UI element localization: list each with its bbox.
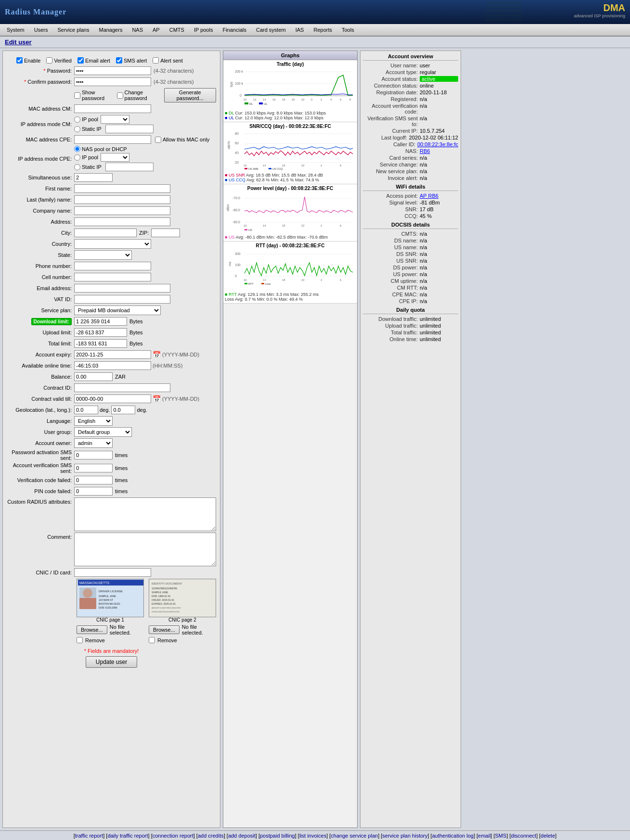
- account-expiry-input[interactable]: [74, 350, 151, 359]
- ip-pool-cm-radio[interactable]: [74, 116, 80, 123]
- mac-cpe-input[interactable]: [74, 135, 151, 144]
- zip-input[interactable]: [151, 229, 180, 237]
- online-time-input[interactable]: [74, 361, 151, 370]
- sms-alert-checkbox-label[interactable]: SMS alert: [116, 57, 147, 64]
- cnic-id-input[interactable]: [74, 568, 151, 577]
- link-postpaid-billing[interactable]: postpaid billing: [260, 833, 295, 839]
- cell-input[interactable]: [74, 273, 151, 281]
- cnic-page1-browse-button[interactable]: Browse...: [77, 625, 107, 634]
- pin-code-input[interactable]: [74, 487, 113, 496]
- ip-pool-cpe-select[interactable]: [101, 153, 129, 162]
- cnic-page2-remove-checkbox[interactable]: [149, 637, 155, 643]
- city-input[interactable]: [74, 229, 137, 237]
- static-ip-cpe-label[interactable]: Static IP: [74, 163, 154, 171]
- nas-pool-cpe-radio[interactable]: [74, 146, 80, 152]
- ip-pool-cm-select[interactable]: [101, 115, 129, 124]
- company-name-input[interactable]: [74, 206, 170, 215]
- nas-value[interactable]: RB6: [420, 148, 458, 154]
- allow-mac-checkbox[interactable]: [155, 137, 161, 143]
- nav-service-plans[interactable]: Service plans: [53, 25, 93, 35]
- upload-limit-input[interactable]: [74, 328, 127, 337]
- nav-users[interactable]: Users: [30, 25, 52, 35]
- country-select[interactable]: [74, 239, 151, 249]
- enable-checkbox-label[interactable]: Enable: [16, 57, 40, 64]
- static-ip-cm-radio[interactable]: [74, 126, 80, 132]
- nav-system[interactable]: System: [2, 25, 29, 35]
- nav-card-system[interactable]: Card system: [252, 25, 290, 35]
- user-group-select[interactable]: Default group: [74, 427, 132, 437]
- link-daily-traffic-report[interactable]: daily traffic report: [107, 833, 148, 839]
- custom-radius-textarea[interactable]: [74, 497, 216, 531]
- alert-sent-checkbox-label[interactable]: Alert sent: [153, 57, 182, 64]
- static-ip-cm-input[interactable]: [105, 125, 154, 133]
- access-point-value[interactable]: AP RB6: [420, 193, 458, 199]
- link-delete[interactable]: delete: [540, 833, 555, 839]
- change-password-checkbox[interactable]: [117, 92, 123, 99]
- generate-password-button[interactable]: Generate password...: [164, 88, 216, 102]
- static-ip-cpe-input[interactable]: [105, 163, 154, 171]
- download-limit-btn[interactable]: Download limit:: [31, 318, 72, 325]
- nav-ap[interactable]: AP: [148, 25, 164, 35]
- pwd-sms-input[interactable]: [74, 451, 113, 459]
- contract-valid-input[interactable]: [74, 395, 151, 403]
- verification-code-input[interactable]: [74, 476, 113, 484]
- first-name-input[interactable]: [74, 184, 170, 193]
- account-verification-sms-input[interactable]: [74, 464, 113, 472]
- email-alert-checkbox[interactable]: [77, 57, 84, 64]
- mac-cm-input[interactable]: [74, 104, 151, 113]
- nav-cmts[interactable]: CMTS: [165, 25, 189, 35]
- address-input[interactable]: [74, 217, 170, 226]
- total-limit-input[interactable]: [74, 339, 127, 348]
- cnic-page2-browse-button[interactable]: Browse...: [149, 625, 180, 634]
- link-list-invoices[interactable]: list invoices: [299, 833, 326, 839]
- nas-pool-cpe-label[interactable]: NAS pool or DHCP: [74, 146, 154, 152]
- link-add-credits[interactable]: add credits: [198, 833, 224, 839]
- ip-pool-cm-label[interactable]: IP pool: [74, 116, 98, 123]
- link-sms[interactable]: SMS: [495, 833, 507, 839]
- language-select[interactable]: English: [74, 416, 113, 426]
- cnic-page1-remove-checkbox[interactable]: [77, 637, 83, 643]
- vat-input[interactable]: [74, 295, 170, 304]
- verified-checkbox[interactable]: [46, 57, 52, 64]
- geo-lon-input[interactable]: [111, 406, 135, 414]
- ip-pool-cpe-radio[interactable]: [74, 154, 80, 161]
- link-connection-report[interactable]: connection report: [153, 833, 193, 839]
- allow-mac-label[interactable]: Allow this MAC only: [155, 137, 209, 143]
- comment-textarea[interactable]: [74, 533, 216, 566]
- email-alert-checkbox-label[interactable]: Email alert: [77, 57, 110, 64]
- state-select[interactable]: [74, 250, 132, 260]
- link-disconnect[interactable]: disconnect: [511, 833, 537, 839]
- download-limit-input[interactable]: [74, 317, 127, 326]
- nav-tools[interactable]: Tools: [337, 25, 359, 35]
- link-service-plan-history[interactable]: service plan history: [382, 833, 427, 839]
- enable-checkbox[interactable]: [16, 57, 23, 64]
- link-change-service-plan[interactable]: change service plan: [331, 833, 378, 839]
- change-password-label[interactable]: Change password: [117, 89, 160, 101]
- ip-pool-cpe-label[interactable]: IP pool: [74, 154, 98, 161]
- account-owner-select[interactable]: admin: [74, 438, 113, 448]
- link-traffic-report[interactable]: traffic report: [75, 833, 103, 839]
- calendar-icon[interactable]: 📅: [153, 351, 161, 358]
- nav-managers[interactable]: Managers: [94, 25, 127, 35]
- link-authentication-log[interactable]: authentication log: [432, 833, 474, 839]
- nav-nas[interactable]: NAS: [128, 25, 147, 35]
- phone-input[interactable]: [74, 262, 151, 270]
- email-input[interactable]: [74, 284, 170, 293]
- verified-checkbox-label[interactable]: Verified: [46, 57, 72, 64]
- nav-ias[interactable]: IAS: [291, 25, 309, 35]
- show-password-checkbox[interactable]: [74, 92, 80, 99]
- alert-sent-checkbox[interactable]: [153, 57, 159, 64]
- caller-id-value[interactable]: 00:08:22:3e:8e:fc: [417, 141, 458, 147]
- simultaneous-use-input[interactable]: [74, 173, 113, 182]
- confirm-password-input[interactable]: [74, 77, 151, 86]
- link-email[interactable]: email: [478, 833, 490, 839]
- nav-financials[interactable]: Financials: [218, 25, 251, 35]
- static-ip-cpe-radio[interactable]: [74, 164, 80, 170]
- link-add-deposit[interactable]: add deposit: [228, 833, 256, 839]
- nav-ip-pools[interactable]: IP pools: [190, 25, 218, 35]
- password-input[interactable]: [74, 66, 151, 75]
- nav-reports[interactable]: Reports: [309, 25, 336, 35]
- update-user-button[interactable]: Update user: [86, 656, 137, 668]
- service-plan-select[interactable]: Prepaid MB download: [74, 305, 161, 315]
- contract-calendar-icon[interactable]: 📅: [153, 395, 161, 403]
